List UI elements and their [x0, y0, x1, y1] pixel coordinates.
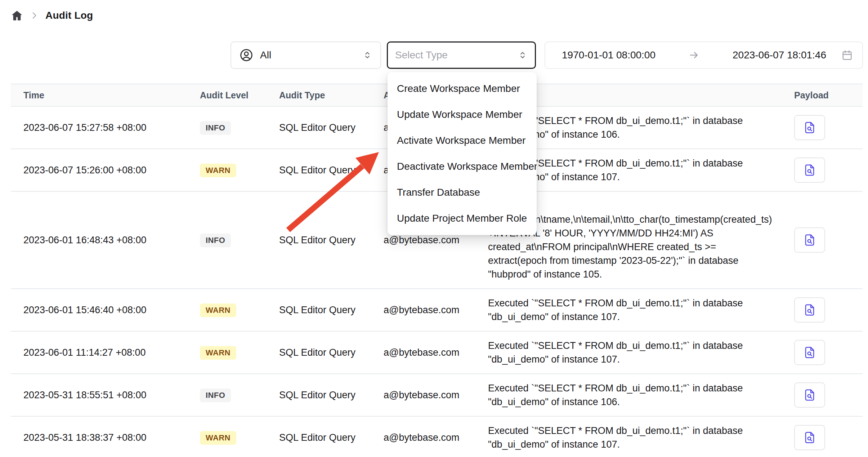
view-payload-button[interactable]	[794, 297, 825, 323]
time-cell: 2023-06-07 15:26:00 +08:00	[11, 149, 187, 191]
file-search-icon	[803, 388, 816, 402]
dropdown-item-create-workspace-member[interactable]: Create Workspace Member	[388, 76, 537, 102]
col-header-time: Time	[11, 84, 187, 106]
file-search-icon	[803, 121, 816, 134]
audit-type-cell: SQL Editor Query	[267, 331, 371, 374]
comment-cell: Executed `"SELECT * FROM db_ui_demo.t1;"…	[475, 331, 782, 374]
time-cell: 2023-05-31 18:38:37 +08:00	[11, 416, 187, 457]
table-row: 2023-05-31 18:38:37 +08:00 WARN SQL Edit…	[11, 416, 863, 457]
type-filter-select[interactable]: Select Type	[387, 41, 536, 69]
audit-level-badge: WARN	[200, 346, 236, 360]
audit-type-dropdown-menu: Create Workspace Member Update Workspace…	[388, 72, 537, 235]
time-cell: 2023-06-07 15:27:58 +08:00	[11, 106, 187, 149]
table-row: 2023-05-31 18:55:51 +08:00 INFO SQL Edit…	[11, 374, 863, 416]
file-search-icon	[803, 346, 816, 359]
user-circle-icon	[239, 48, 254, 62]
comment-cell: Executed `"SELECT * FROM db_ui_demo.t1;"…	[475, 374, 782, 416]
actor-cell: a@bytebase.com	[371, 374, 475, 416]
chevron-up-down-icon	[518, 50, 528, 60]
audit-log-page: Audit Log All Select Type 1970-01-01 08:…	[0, 0, 868, 457]
filter-bar: All Select Type 1970-01-01 08:00:00 2023…	[0, 41, 868, 69]
audit-level-badge: WARN	[200, 431, 236, 445]
breadcrumb: Audit Log	[11, 9, 93, 22]
comment-cell: Executed `"SELECT * FROM db_ui_demo.t1;"…	[475, 416, 782, 457]
dropdown-item-activate-workspace-member[interactable]: Activate Workspace Member	[388, 128, 537, 154]
table-row: 2023-06-01 15:46:40 +08:00 WARN SQL Edit…	[11, 289, 863, 331]
calendar-icon[interactable]	[841, 49, 853, 61]
chevron-right-icon	[30, 11, 39, 20]
date-range-picker[interactable]: 1970-01-01 08:00:00 2023-06-07 18:01:46	[545, 41, 863, 69]
audit-type-cell: SQL Editor Query	[267, 416, 371, 457]
type-filter-placeholder: Select Type	[395, 49, 518, 61]
audit-level-badge: INFO	[200, 121, 231, 135]
col-header-payload: Payload	[782, 84, 863, 106]
arrow-right-icon	[689, 50, 699, 61]
audit-type-cell: SQL Editor Query	[267, 374, 371, 416]
col-header-audit-type: Audit Type	[267, 84, 371, 106]
actor-cell: a@bytebase.com	[371, 289, 475, 331]
audit-type-cell: SQL Editor Query	[267, 191, 371, 289]
col-header-audit-level: Audit Level	[187, 84, 267, 106]
file-search-icon	[803, 233, 816, 247]
audit-level-badge: INFO	[200, 389, 231, 402]
comment-cell: Executed `"SELECT * FROM db_ui_demo.t1;"…	[475, 289, 782, 331]
dropdown-item-transfer-database[interactable]: Transfer Database	[388, 179, 537, 205]
time-cell: 2023-06-01 15:46:40 +08:00	[11, 289, 187, 331]
audit-type-cell: SQL Editor Query	[267, 289, 371, 331]
date-from-input[interactable]: 1970-01-01 08:00:00	[562, 49, 656, 61]
actor-filter-value: All	[260, 49, 356, 61]
date-to-input[interactable]: 2023-06-07 18:01:46	[733, 49, 826, 61]
audit-level-badge: WARN	[200, 164, 236, 177]
dropdown-item-update-workspace-member[interactable]: Update Workspace Member	[388, 102, 537, 128]
view-payload-button[interactable]	[794, 227, 825, 253]
view-payload-button[interactable]	[794, 157, 825, 183]
chevron-up-down-icon	[362, 50, 372, 60]
time-cell: 2023-06-01 11:14:27 +08:00	[11, 331, 187, 374]
view-payload-button[interactable]	[794, 382, 825, 408]
file-search-icon	[803, 163, 816, 177]
file-search-icon	[803, 431, 816, 444]
time-cell: 2023-06-01 16:48:43 +08:00	[11, 191, 187, 289]
time-cell: 2023-05-31 18:55:51 +08:00	[11, 374, 187, 416]
audit-level-badge: INFO	[200, 234, 231, 247]
audit-type-cell: SQL Editor Query	[267, 106, 371, 149]
actor-cell: a@bytebase.com	[371, 416, 475, 457]
view-payload-button[interactable]	[794, 340, 825, 365]
actor-filter-select[interactable]: All	[231, 41, 381, 69]
audit-type-cell: SQL Editor Query	[267, 149, 371, 191]
view-payload-button[interactable]	[794, 115, 825, 140]
file-search-icon	[803, 303, 816, 317]
table-row: 2023-06-01 11:14:27 +08:00 WARN SQL Edit…	[11, 331, 863, 374]
audit-level-badge: WARN	[200, 303, 236, 317]
view-payload-button[interactable]	[794, 425, 825, 450]
home-icon[interactable]	[11, 9, 23, 22]
dropdown-item-update-project-member-role[interactable]: Update Project Member Role	[388, 205, 537, 231]
dropdown-item-deactivate-workspace-member[interactable]: Deactivate Workspace Member	[388, 154, 537, 179]
actor-cell: a@bytebase.com	[371, 331, 475, 374]
page-title: Audit Log	[45, 10, 93, 21]
